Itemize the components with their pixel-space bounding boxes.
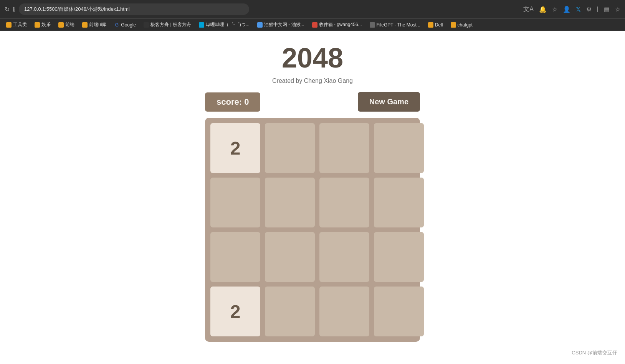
tile [265, 123, 315, 173]
tile [265, 232, 315, 282]
info-icon[interactable]: ℹ [13, 6, 15, 13]
bookmark-filegpt-icon [370, 22, 375, 28]
bookmark-tampermonkey-icon [257, 22, 263, 28]
bookmark-dell[interactable]: Dell [425, 21, 446, 29]
tile: 2 [210, 123, 260, 173]
game-controls: score: 0 New Game [205, 92, 420, 112]
bookmark-frontend[interactable]: 前端 [55, 20, 78, 29]
bookmark-google-label: Google [121, 22, 136, 28]
bookmark-gmail-icon [312, 22, 317, 28]
bookmark-frontend-ui-icon [82, 22, 88, 28]
bookmark-tools-label: 工具类 [13, 21, 27, 28]
tile [374, 232, 424, 282]
profile-icon[interactable]: 👤 [563, 6, 570, 13]
score-box: score: 0 [205, 92, 260, 112]
divider: | [597, 6, 599, 13]
tile [374, 287, 424, 336]
browser-toolbar: ↻ ℹ 127.0.0.1:5500/自媒体/2048/小游戏/index1.h… [0, 0, 625, 18]
tile [210, 232, 260, 282]
translate-icon[interactable]: 文A [523, 5, 534, 13]
tile [265, 287, 315, 336]
bookmark-tampermonkey[interactable]: 油猴中文网 - 油猴... [254, 20, 308, 29]
twitter-icon[interactable]: 𝕏 [576, 6, 581, 13]
score-label: score: [217, 97, 242, 107]
tile [374, 123, 424, 173]
bookmark-gmail[interactable]: 收件箱 - gwang456... [309, 20, 365, 29]
tile [374, 178, 424, 227]
url-text: 127.0.0.1:5500/自媒体/2048/小游戏/index1.html [24, 6, 130, 13]
bookmark-frontend-ui-label: 前端ui库 [89, 21, 106, 28]
bookmark-entertainment-icon [35, 22, 40, 28]
tile [319, 287, 369, 336]
bookmark-bilibili-icon [199, 22, 204, 28]
nav-icons: ↻ ℹ [5, 6, 15, 13]
bookmark-gmail-label: 收件箱 - gwang456... [319, 21, 362, 28]
browser-chrome: ↻ ℹ 127.0.0.1:5500/自媒体/2048/小游戏/index1.h… [0, 0, 625, 31]
bookmark-filegpt[interactable]: FileGPT - The Most... [367, 21, 423, 29]
bookmark-chatgpt-label: chatgpt [458, 22, 473, 28]
game-board: 22 [205, 118, 420, 342]
extensions-icon[interactable]: ⚙ [586, 6, 592, 13]
game-subtitle: Created by Cheng Xiao Gang [272, 77, 353, 84]
page-content: 2048 Created by Cheng Xiao Gang score: 0… [0, 31, 625, 364]
bookmark-geek-icon [144, 22, 149, 28]
bookmark-bilibili-label: 哔哩哔哩（゜-゜)つ... [206, 21, 250, 28]
sidebar-icon[interactable]: ▤ [604, 6, 610, 13]
bookmark-geek-label: 极客方舟 | 极客方舟 [150, 21, 191, 28]
tile [319, 232, 369, 282]
bookmark-entertainment[interactable]: 娱乐 [31, 20, 54, 29]
alert-icon[interactable]: 🔔 [539, 6, 547, 13]
address-bar[interactable]: 127.0.0.1:5500/自媒体/2048/小游戏/index1.html [19, 3, 249, 15]
tile [210, 178, 260, 227]
bookmark-entertainment-label: 娱乐 [41, 21, 51, 28]
score-value: 0 [244, 97, 249, 107]
bookmark-tools[interactable]: 工具类 [3, 20, 30, 29]
bookmark-google[interactable]: G Google [111, 21, 139, 29]
bookmark-bilibili[interactable]: 哔哩哔哩（゜-゜)つ... [196, 20, 253, 29]
new-game-button[interactable]: New Game [358, 92, 420, 112]
menu-icon[interactable]: ☆ [615, 6, 620, 13]
bookmark-dell-icon [428, 22, 433, 28]
tile [265, 178, 315, 227]
bookmark-tools-icon [6, 22, 12, 28]
bookmark-geek[interactable]: 极客方舟 | 极客方舟 [141, 20, 194, 29]
refresh-icon[interactable]: ↻ [5, 6, 10, 13]
bookmark-chatgpt[interactable]: chatgpt [448, 21, 476, 29]
bookmark-google-icon: G [114, 22, 119, 28]
bookmark-frontend-ui[interactable]: 前端ui库 [79, 20, 109, 29]
tile: 2 [210, 287, 260, 336]
tile [319, 123, 369, 173]
watermark: CSDN @前端交互仔 [572, 349, 617, 356]
bookmark-frontend-label: 前端 [65, 21, 74, 28]
bookmark-frontend-icon [58, 22, 64, 28]
bookmarks-bar: 工具类 娱乐 前端 前端ui库 G Google 极客方舟 | 极客方舟 哔哩哔… [0, 18, 625, 31]
bookmark-chatgpt-icon [451, 22, 456, 28]
star-icon[interactable]: ☆ [552, 6, 557, 13]
browser-action-icons: 文A 🔔 ☆ 👤 𝕏 ⚙ | ▤ ☆ [523, 5, 620, 13]
tile [319, 178, 369, 227]
bookmark-dell-label: Dell [435, 22, 443, 28]
game-title: 2048 [282, 42, 343, 74]
bookmark-filegpt-label: FileGPT - The Most... [377, 22, 420, 28]
bookmark-tampermonkey-label: 油猴中文网 - 油猴... [264, 21, 304, 28]
